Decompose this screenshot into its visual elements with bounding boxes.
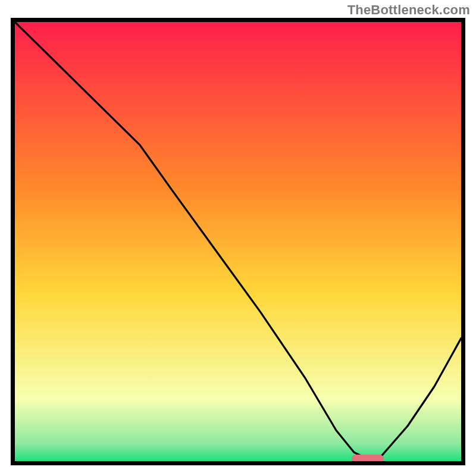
watermark-text: TheBottleneck.com: [347, 2, 470, 18]
chart-frame: [11, 18, 465, 465]
chart-plot-area: [15, 22, 461, 461]
bottleneck-curve: [15, 22, 461, 461]
optimal-point-marker: [352, 455, 384, 461]
